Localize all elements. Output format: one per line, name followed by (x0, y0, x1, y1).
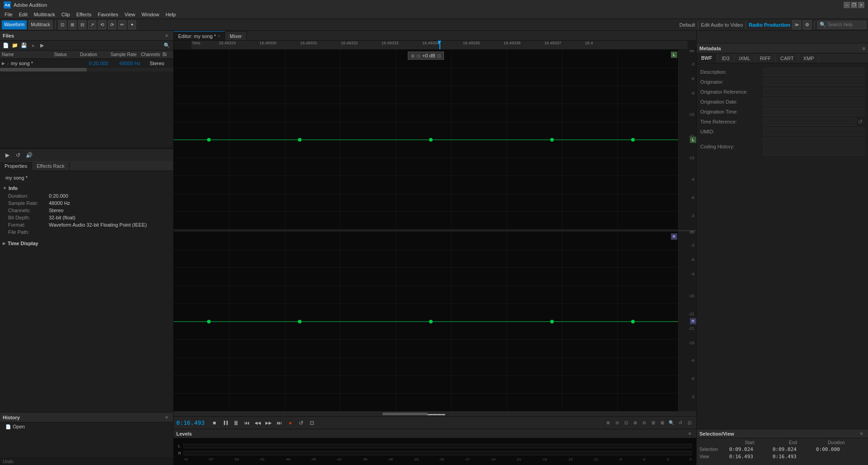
meta-tab-xmp[interactable]: XMP (799, 54, 819, 62)
metadata-menu-button[interactable]: ≡ (863, 46, 865, 51)
menu-edit[interactable]: Edit (16, 11, 30, 18)
history-item-open[interactable]: 📄 Open (0, 422, 173, 431)
zoom-lock-btn[interactable]: ⊡ (685, 419, 693, 427)
toolbar-icon-6[interactable]: ⟳ (108, 20, 116, 29)
history-panel-icons[interactable]: ≡ (163, 414, 170, 421)
ch2-env-point-1[interactable] (207, 320, 211, 323)
zoom-in-time-btn[interactable]: 🔍 (667, 419, 675, 427)
loop-button[interactable]: ↺ (297, 418, 306, 427)
meta-input-description[interactable] (764, 68, 864, 76)
minimize-button[interactable]: − (844, 2, 850, 8)
menu-clip[interactable]: Clip (59, 11, 73, 18)
ch1-env-point-4[interactable] (550, 138, 554, 142)
waveform-scrollbar[interactable]: ▬▬▬▬▬ (174, 412, 696, 416)
skip-back-button[interactable]: ⏮ (242, 418, 251, 427)
meta-input-time-ref[interactable] (764, 118, 856, 126)
menu-help[interactable]: Help (163, 11, 179, 18)
window-controls[interactable]: − ❐ × (844, 2, 864, 8)
waveform-content[interactable]: ⊞ ◷ +0 dB ⊡ (174, 50, 678, 412)
stop-button[interactable]: ■ (210, 418, 219, 427)
files-scrollbar[interactable] (0, 68, 173, 71)
zoom-reset-btn[interactable]: ↺ (676, 419, 684, 427)
tab-properties[interactable]: Properties (0, 162, 32, 170)
tab-effects-rack[interactable]: Effects Rack (32, 162, 70, 170)
ch2-env-point-2[interactable] (298, 320, 302, 323)
workspace-expand-button[interactable]: ≫ (792, 20, 801, 29)
ch1-env-point-3[interactable] (429, 138, 433, 142)
toolbar-icon-8[interactable]: ✦ (128, 20, 136, 29)
time-display-section-header[interactable]: ▶ Time Display (3, 239, 170, 247)
files-play-button[interactable]: ▶ (38, 42, 46, 50)
radio-production-label[interactable]: Radio Production (749, 22, 790, 28)
meta-input-originator[interactable] (764, 78, 864, 86)
zoom-select-btn[interactable]: ⊠ (658, 419, 666, 427)
close-button[interactable]: × (858, 2, 864, 8)
workspace-settings-button[interactable]: ⚙ (803, 20, 811, 29)
meta-tab-id3[interactable]: ID3 (717, 54, 734, 62)
close-file-button[interactable]: × (29, 42, 37, 50)
restore-button[interactable]: ❐ (851, 2, 857, 8)
punch-button[interactable]: ⊡ (307, 418, 316, 427)
zoom-tool-btn[interactable]: ⊡ (622, 419, 630, 427)
meta-input-orig-date[interactable] (764, 98, 864, 106)
zoom-out-btn[interactable]: ⊖ (640, 419, 648, 427)
files-loop-btn[interactable]: 🔊 (24, 151, 33, 160)
files-search-button[interactable]: 🔍 (162, 42, 171, 49)
files-autoplay-btn[interactable]: ↺ (14, 151, 23, 160)
menu-favorites[interactable]: Favorites (95, 11, 121, 18)
editor-tab-close[interactable]: × (218, 34, 220, 38)
play-pause-button[interactable]: ⏸ (231, 418, 241, 427)
ch2-env-point-3[interactable] (429, 320, 433, 323)
rewind-button[interactable]: ◀◀ (253, 418, 262, 427)
history-menu-button[interactable]: ≡ (163, 414, 170, 421)
meta-input-orig-time[interactable] (764, 108, 864, 116)
multitrack-mode-button[interactable]: Multitrack (28, 20, 52, 29)
file-row-1[interactable]: ▶ ♪ my song * 0:20.000 48000 Hz Stereo (0, 59, 173, 68)
waveform-mode-button[interactable]: Waveform (2, 20, 27, 29)
time-ref-reset-button[interactable]: ↺ (856, 118, 864, 126)
files-play-ctrl[interactable]: ▶ (3, 151, 12, 160)
save-file-button[interactable]: 💾 (20, 42, 28, 50)
meta-tab-cart[interactable]: CART (776, 54, 799, 62)
meta-tab-ixml[interactable]: iXML (735, 54, 755, 62)
tab-editor[interactable]: Editor: my song * × (174, 31, 225, 40)
ch1-env-point-2[interactable] (298, 138, 302, 142)
edit-audio-label[interactable]: Edit Audio to Video (701, 22, 743, 28)
zoom-in-amplitude-btn[interactable]: ⊕ (604, 419, 612, 427)
levels-menu-button[interactable]: ≡ (686, 430, 693, 437)
ch1-env-point-5[interactable] (631, 138, 635, 142)
toolbar-icon-2[interactable]: ⊞ (68, 20, 76, 29)
files-panel-menu-button[interactable]: ≡ (163, 32, 170, 39)
pause-button[interactable]: ▐▐ (221, 418, 230, 427)
toolbar-icon-4[interactable]: ↗ (88, 20, 96, 29)
toolbar-icon-3[interactable]: ⊟ (78, 20, 86, 29)
menu-file[interactable]: File (2, 11, 15, 18)
info-section-header[interactable]: ▼ Info (3, 184, 170, 192)
files-scrollbar-thumb[interactable] (0, 68, 87, 71)
menu-window[interactable]: Window (139, 11, 162, 18)
menu-effects[interactable]: Effects (74, 11, 94, 18)
skip-fwd-button[interactable]: ⏭ (275, 418, 284, 427)
menu-multitrack[interactable]: Multitrack (31, 11, 58, 18)
tab-mixer[interactable]: Mixer (225, 31, 247, 40)
pb-expand-icon[interactable]: ⊡ (437, 53, 441, 58)
toolbar-icon-5[interactable]: ⟲ (98, 20, 106, 29)
open-file-button[interactable]: 📁 (11, 42, 19, 50)
search-bar[interactable]: 🔍 (817, 21, 866, 29)
levels-icons[interactable]: ≡ (686, 430, 693, 437)
zoom-out-amplitude-btn[interactable]: ⊖ (613, 419, 621, 427)
files-panel-icons[interactable]: ≡ (163, 32, 170, 39)
ch2-env-point-5[interactable] (631, 320, 635, 323)
meta-input-originator-ref[interactable] (764, 88, 864, 96)
meta-tab-riff[interactable]: RIFF (755, 54, 776, 62)
search-input[interactable] (828, 22, 864, 27)
ch2-env-point-4[interactable] (550, 320, 554, 323)
ch1-env-point-1[interactable] (207, 138, 211, 142)
menu-view[interactable]: View (122, 11, 138, 18)
meta-tab-bwf[interactable]: BWF (697, 54, 717, 62)
toolbar-icon-1[interactable]: ⊡ (58, 20, 66, 29)
meta-input-umid[interactable] (764, 128, 864, 136)
toolbar-icon-7[interactable]: ✏ (118, 20, 126, 29)
zoom-full-btn[interactable]: ⊞ (649, 419, 657, 427)
record-button[interactable]: ● (286, 418, 295, 427)
